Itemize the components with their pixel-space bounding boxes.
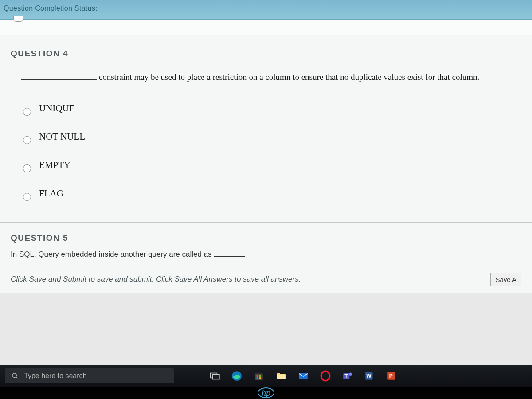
svg-rect-7 (259, 375, 261, 377)
hp-logo: hp (258, 387, 274, 398)
taskbar-search[interactable]: Type here to search (5, 368, 174, 383)
svg-point-14 (349, 372, 352, 376)
radio-empty[interactable] (23, 164, 31, 172)
question-4-prompt: constraint may be used to place a restri… (99, 72, 479, 82)
question-4-text: constraint may be used to place a restri… (21, 71, 521, 84)
microsoft-store-icon[interactable] (252, 369, 266, 383)
radio-flag[interactable] (23, 193, 31, 201)
search-placeholder: Type here to search (24, 372, 86, 380)
question-5-text: In SQL, Query embedded inside another qu… (11, 250, 521, 259)
option-flag[interactable]: FLAG (23, 187, 521, 201)
option-not-null[interactable]: NOT NULL (23, 130, 521, 144)
radio-unique[interactable] (23, 108, 31, 116)
radio-not-null[interactable] (23, 136, 31, 144)
svg-rect-9 (259, 377, 261, 379)
question-5-prompt: In SQL, Query embedded inside another qu… (11, 250, 212, 258)
option-label: NOT NULL (39, 131, 85, 142)
teams-icon[interactable]: T (340, 369, 355, 383)
svg-text:W: W (366, 373, 372, 379)
option-label: FLAG (39, 188, 63, 199)
save-all-button[interactable]: Save A (490, 273, 521, 286)
quiz-content: QUESTION 4 constraint may be used to pla… (0, 35, 532, 293)
tab-strip (0, 20, 532, 35)
question-5-title: QUESTION 5 (11, 233, 521, 243)
opera-icon[interactable] (318, 369, 332, 383)
search-icon (12, 372, 19, 379)
blank-fill (214, 256, 245, 257)
option-unique[interactable]: UNIQUE (23, 102, 521, 116)
svg-rect-8 (257, 377, 258, 379)
question-4-title: QUESTION 4 (11, 49, 521, 59)
completion-status-bar: Question Completion Status: (0, 0, 532, 20)
svg-point-11 (321, 371, 330, 381)
svg-text:T: T (344, 373, 348, 379)
svg-text:P: P (389, 373, 393, 379)
question-4-options: UNIQUE NOT NULL EMPTY FLAG (23, 102, 521, 201)
svg-point-0 (12, 373, 16, 377)
taskbar-icons: T W P (207, 369, 399, 383)
windows-taskbar[interactable]: Type here to search T W P (0, 365, 532, 387)
option-label: UNIQUE (39, 103, 74, 114)
option-label: EMPTY (39, 160, 70, 171)
task-view-icon[interactable] (207, 369, 222, 383)
mail-icon[interactable] (296, 369, 310, 383)
powerpoint-icon[interactable]: P (385, 369, 399, 383)
blank-fill (21, 79, 97, 80)
completion-status-label: Question Completion Status: (4, 4, 98, 12)
svg-line-1 (16, 377, 17, 378)
file-explorer-icon[interactable] (274, 369, 288, 383)
instructions-text: Click Save and Submit to save and submit… (11, 275, 301, 284)
question-divider (0, 222, 532, 223)
word-icon[interactable]: W (363, 369, 377, 383)
edge-icon[interactable] (230, 369, 244, 383)
option-empty[interactable]: EMPTY (23, 158, 521, 172)
svg-rect-3 (213, 375, 219, 379)
question-4-block: QUESTION 4 constraint may be used to pla… (11, 49, 521, 201)
instructions-bar: Click Save and Submit to save and submit… (0, 266, 532, 293)
svg-rect-6 (257, 375, 258, 377)
